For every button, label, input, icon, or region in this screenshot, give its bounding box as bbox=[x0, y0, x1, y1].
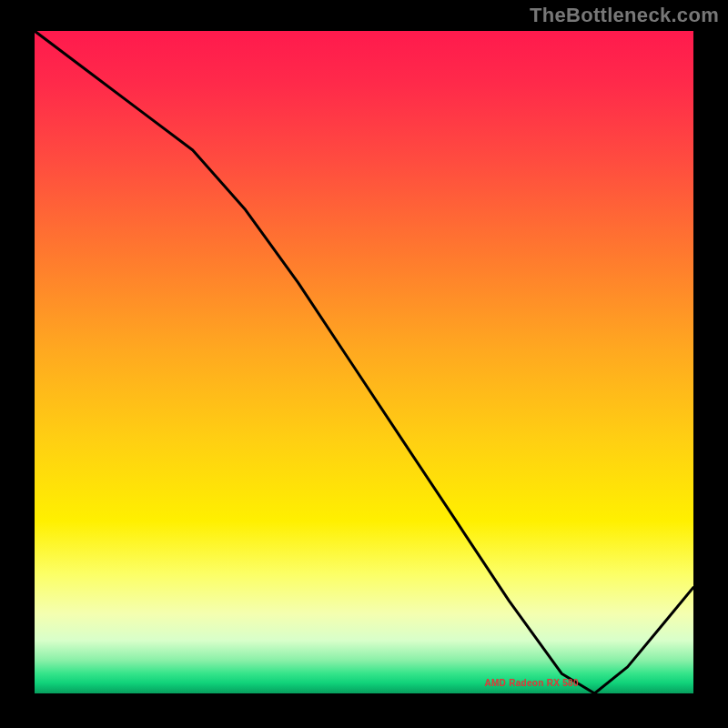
attribution-text: TheBottleneck.com bbox=[530, 4, 719, 27]
curve-layer bbox=[35, 31, 693, 693]
gpu-annotation: AMD Radeon RX 580 bbox=[484, 678, 578, 688]
chart-frame: TheBottleneck.com AMD Radeon RX 580 bbox=[0, 0, 728, 728]
curve-path bbox=[35, 31, 693, 693]
plot-area: AMD Radeon RX 580 bbox=[35, 31, 693, 693]
